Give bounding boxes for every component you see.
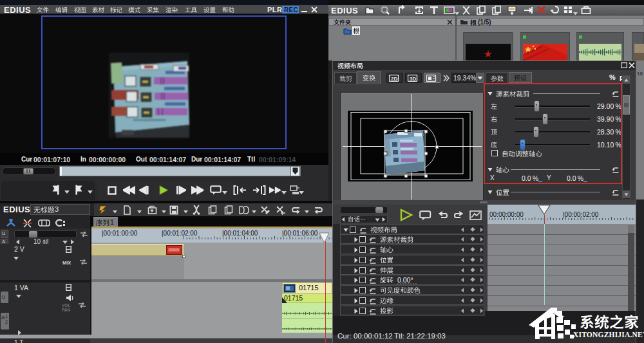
- svg-text:3D: 3D: [410, 76, 416, 82]
- svg-text:2D: 2D: [391, 76, 397, 82]
